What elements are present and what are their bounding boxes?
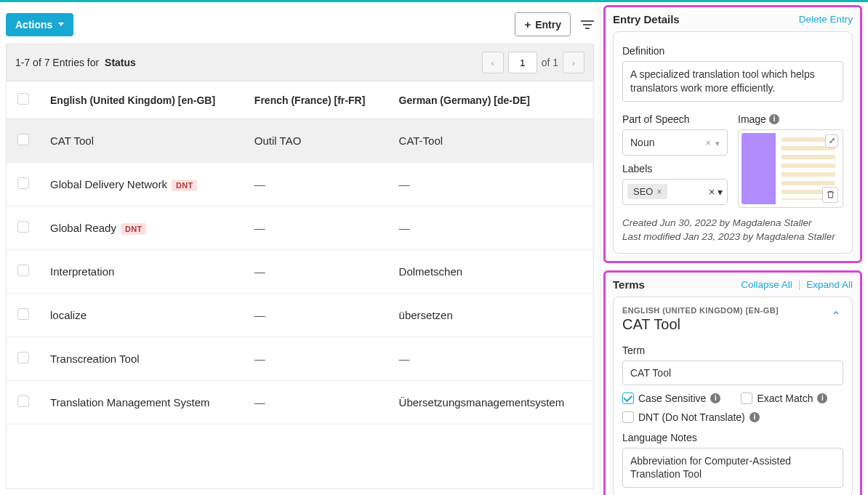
page-input[interactable] [508, 52, 537, 73]
col-header-fr: French (France) [fr-FR] [244, 81, 389, 119]
col-header-de: German (Germany) [de-DE] [389, 81, 593, 119]
table-row[interactable]: localize—übersetzen [7, 294, 593, 337]
status-bar: 1-7 of 7 Entries for Status ‹ of 1 › [6, 44, 594, 81]
dnt-checkbox[interactable] [622, 411, 634, 423]
cell-en: Global Delivery NetworkDNT [40, 163, 244, 206]
remove-tag-icon[interactable]: × [656, 187, 662, 197]
info-icon[interactable]: i [769, 114, 779, 124]
expand-icon[interactable]: ⤢ [825, 134, 838, 148]
cell-en: Transcreation Tool [40, 337, 244, 381]
row-checkbox[interactable] [17, 265, 29, 276]
pager: ‹ of 1 › [482, 52, 584, 73]
row-checkbox[interactable] [17, 395, 29, 407]
dnt-label: DNT (Do Not Translate) [638, 411, 745, 423]
cell-de: — [389, 337, 593, 381]
dnt-badge: DNT [172, 180, 198, 191]
entry-details-panel: Entry Details Delete Entry Definition A … [603, 5, 862, 263]
case-sensitive-checkbox[interactable] [622, 393, 634, 404]
row-checkbox[interactable] [17, 221, 29, 233]
labels-input[interactable]: SEO × × ▾ [622, 179, 728, 205]
select-all-checkbox[interactable] [17, 93, 29, 105]
toolbar: Actions + Entry [6, 8, 594, 44]
term-input[interactable] [622, 361, 843, 385]
cell-fr: — [244, 250, 389, 294]
definition-label: Definition [622, 45, 843, 57]
result-range: 1-7 of 7 Entries for [15, 57, 99, 68]
cell-de: Übersetzungsmanagementsystem [389, 381, 593, 424]
delete-entry-link[interactable]: Delete Entry [799, 14, 853, 25]
table-row[interactable]: Transcreation Tool—— [7, 337, 593, 381]
cell-de: übersetzen [389, 294, 593, 337]
image-label: Image i [738, 113, 843, 125]
terms-title: Terms [613, 278, 645, 291]
entries-table: English (United Kingdom) [en-GB] French … [6, 81, 594, 489]
chevron-down-icon [58, 23, 64, 26]
cell-en: Translation Management System [40, 381, 244, 424]
info-icon[interactable]: i [750, 412, 760, 422]
pos-label: Part of Speech [622, 113, 728, 125]
trash-icon[interactable] [822, 187, 838, 203]
table-row[interactable]: Interpretation—Dolmetschen [7, 250, 593, 294]
labels-label: Labels [622, 163, 728, 174]
prev-page-button[interactable]: ‹ [482, 52, 504, 73]
info-icon[interactable]: i [817, 393, 827, 403]
term-heading: CAT Tool [622, 316, 779, 333]
clear-icon[interactable]: × [706, 137, 712, 148]
cell-en: Interpretation [40, 250, 244, 294]
filter-icon[interactable] [581, 18, 594, 31]
terms-panel: Terms Collapse All | Expand All ENGLISH … [603, 270, 862, 495]
cell-fr: — [244, 163, 389, 206]
expand-all-link[interactable]: Expand All [806, 279, 853, 290]
image-preview[interactable]: ⤢ [738, 129, 843, 208]
language-notes-input[interactable]: Abbreviation for Computer-Assisted Trans… [622, 448, 843, 488]
cell-fr: — [244, 381, 389, 424]
info-icon[interactable]: i [710, 393, 720, 403]
clear-icon[interactable]: × [709, 186, 715, 198]
dnt-badge: DNT [121, 223, 147, 235]
row-checkbox[interactable] [17, 352, 29, 363]
term-language-label: ENGLISH (UNITED KINGDOM) [EN-GB] [622, 306, 779, 315]
language-notes-label: Language Notes [622, 432, 843, 443]
definition-input[interactable]: A specialized translation tool which hel… [622, 61, 843, 102]
term-label: Term [622, 345, 843, 356]
case-sensitive-label: Case Sensitive [638, 393, 706, 404]
chevron-down-icon: ▾ [718, 186, 723, 198]
table-row[interactable]: Global Delivery NetworkDNT—— [7, 163, 593, 206]
filter-field: Status [105, 57, 136, 68]
entry-details-title: Entry Details [613, 13, 680, 25]
next-page-button[interactable]: › [563, 52, 584, 73]
row-checkbox[interactable] [17, 134, 29, 145]
cell-fr: Outil TAO [244, 119, 389, 163]
entry-label: Entry [535, 19, 561, 31]
plus-icon: + [524, 18, 531, 31]
actions-label: Actions [15, 19, 52, 31]
label-tag: SEO × [627, 184, 667, 199]
chevron-up-icon[interactable]: ⌃ [828, 306, 843, 326]
cell-en: CAT Tool [40, 119, 244, 163]
pos-select[interactable]: Noun × ▾ [622, 129, 728, 156]
table-row[interactable]: CAT ToolOutil TAOCAT-Tool [7, 119, 593, 163]
cell-fr: — [244, 206, 389, 250]
cell-fr: — [244, 337, 389, 381]
cell-de: CAT-Tool [389, 119, 593, 163]
chevron-down-icon: ▾ [715, 139, 720, 148]
col-header-en: English (United Kingdom) [en-GB] [40, 81, 244, 119]
cell-en: Global ReadyDNT [40, 206, 244, 250]
collapse-all-link[interactable]: Collapse All [741, 279, 792, 290]
modified-meta: Last modified Jan 23, 2023 by Magdalena … [622, 230, 843, 244]
row-checkbox[interactable] [17, 177, 29, 189]
exact-match-label: Exact Match [757, 393, 813, 404]
table-row[interactable]: Translation Management System—Übersetzun… [7, 381, 593, 424]
cell-de: Dolmetschen [389, 250, 593, 294]
add-entry-button[interactable]: + Entry [515, 12, 571, 36]
row-checkbox[interactable] [17, 308, 29, 320]
table-row[interactable]: Global ReadyDNT—— [7, 206, 593, 250]
cell-de: — [389, 163, 593, 206]
created-meta: Created Jun 30, 2022 by Magdalena Stalle… [622, 217, 843, 230]
actions-dropdown[interactable]: Actions [6, 13, 73, 36]
pos-value: Noun [630, 137, 654, 148]
cell-de: — [389, 206, 593, 250]
cell-fr: — [244, 294, 389, 337]
page-of-label: of 1 [542, 57, 558, 68]
exact-match-checkbox[interactable] [741, 393, 752, 404]
